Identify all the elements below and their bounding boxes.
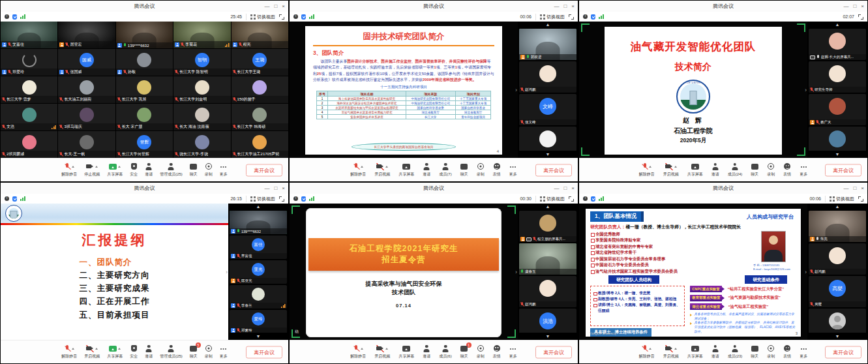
- toolbar-button[interactable]: 解除静音: [639, 344, 655, 359]
- collapse-sidebar-arrow[interactable]: ›: [515, 87, 517, 93]
- participant-tile[interactable]: 赵辉-长大的屏幕共...: [809, 29, 866, 60]
- scroll-down-arrow[interactable]: ▼: [228, 333, 288, 340]
- toolbar-button[interactable]: 更多: [800, 344, 807, 359]
- fullscreen-icon[interactable]: [569, 196, 574, 202]
- toolbar-button[interactable]: 表情: [783, 162, 791, 177]
- scroll-down-arrow[interactable]: ▼: [518, 151, 578, 158]
- collapse-sidebar-arrow[interactable]: ›: [226, 269, 228, 275]
- participant-tile[interactable]: 研究生导师: [809, 61, 866, 93]
- toolbar-button[interactable]: 成员(7): [439, 162, 451, 177]
- collapse-sidebar-arrow[interactable]: ›: [515, 269, 517, 275]
- participant-tile[interactable]: 康春玉: [519, 243, 576, 275]
- chevron-up-icon[interactable]: [385, 348, 388, 350]
- toolbar-button[interactable]: 共享屏幕: [107, 344, 123, 359]
- toolbar-button[interactable]: 共享屏幕: [398, 344, 414, 359]
- participant-tile[interactable]: 骁长江大学-李骁: [173, 131, 230, 158]
- participant-tile[interactable]: 3班马瑞庆: [58, 104, 115, 130]
- toolbar-button[interactable]: 开启视频: [374, 344, 390, 359]
- window-titlebar[interactable]: 腾讯会议 — □ ×: [1, 183, 288, 194]
- meeting-info-icon[interactable]: [583, 196, 588, 201]
- toolbar-button[interactable]: 录制: [205, 162, 213, 177]
- chevron-up-icon[interactable]: [649, 166, 651, 168]
- maximize-button[interactable]: □: [274, 186, 277, 191]
- leave-meeting-button[interactable]: 离开会议: [825, 164, 861, 176]
- collapse-sidebar-arrow[interactable]: ›: [805, 269, 807, 275]
- participant-tile[interactable]: 长江大学 韩海硕: [232, 104, 288, 130]
- scroll-down-arrow[interactable]: ▼: [518, 333, 578, 340]
- toolbar-button[interactable]: 邀请: [711, 162, 719, 177]
- participant-tile[interactable]: 长江大学油工21705尹韬: [232, 131, 288, 158]
- scroll-down-arrow[interactable]: ▼: [807, 151, 867, 158]
- toolbar-button[interactable]: 表情: [493, 344, 501, 359]
- collapse-sidebar-arrow[interactable]: ›: [805, 87, 807, 93]
- toolbar-button[interactable]: 更多: [509, 162, 517, 177]
- toolbar-button[interactable]: 邀请: [423, 162, 430, 177]
- toolbar-button[interactable]: 共享屏幕: [687, 162, 703, 177]
- toolbar-button[interactable]: 共享屏幕: [687, 344, 703, 359]
- participant-tile[interactable]: 高燮 周燮: [809, 276, 866, 307]
- close-button[interactable]: ×: [571, 186, 575, 191]
- fullscreen-icon[interactable]: [858, 196, 863, 202]
- leave-meeting-button[interactable]: 离开会议: [825, 346, 861, 358]
- scroll-up-arrow[interactable]: ▲: [518, 204, 578, 210]
- chevron-up-icon[interactable]: [361, 166, 363, 168]
- leave-meeting-button[interactable]: 离开会议: [535, 164, 572, 176]
- security-shield-icon[interactable]: [591, 196, 595, 202]
- participant-tile[interactable]: 长江大学 雷梦: [1, 76, 57, 103]
- security-shield-icon[interactable]: [301, 14, 306, 20]
- security-shield-icon[interactable]: [591, 14, 595, 20]
- toolbar-button[interactable]: 更多: [220, 344, 228, 359]
- participant-tile[interactable]: 郭双进: [519, 29, 576, 60]
- switch-view-button[interactable]: 切换视图: [535, 14, 565, 20]
- toolbar-button[interactable]: 聊天: [751, 162, 758, 177]
- toolbar-button[interactable]: 成员(23): [728, 344, 743, 359]
- window-titlebar[interactable]: 腾讯会议 — □ ×: [579, 183, 867, 194]
- participant-tile[interactable]: 郑爱玲: [1, 49, 57, 76]
- chevron-up-icon[interactable]: [118, 166, 121, 168]
- close-button[interactable]: ×: [282, 186, 285, 191]
- participant-tile[interactable]: 程亮: [232, 22, 288, 48]
- meeting-info-icon[interactable]: [583, 14, 588, 19]
- participant-tile[interactable]: 文峰 张文峰: [519, 94, 576, 125]
- toolbar-button[interactable]: 录制: [767, 162, 775, 177]
- toolbar-button[interactable]: 邀请: [711, 344, 719, 359]
- chevron-up-icon[interactable]: [385, 166, 388, 168]
- participant-tile[interactable]: 长江大学刘金明: [173, 76, 230, 103]
- security-shield-icon[interactable]: [12, 196, 17, 202]
- toolbar-button[interactable]: 管理成员(25): [160, 162, 183, 177]
- chevron-up-icon[interactable]: [674, 166, 677, 168]
- participant-tile[interactable]: 长大 海油 沈雨薇: [173, 104, 230, 130]
- scroll-up-arrow[interactable]: ▲: [228, 204, 288, 210]
- toolbar-button[interactable]: 表情: [493, 162, 501, 177]
- participant-tile[interactable]: 洪浩 荆州学院王洪浩: [519, 309, 576, 333]
- chevron-up-icon[interactable]: [72, 348, 74, 350]
- window-titlebar[interactable]: 腾讯会议 — □ ×: [290, 1, 578, 12]
- participant-tile[interactable]: 聂广天: [809, 94, 866, 125]
- scroll-down-arrow[interactable]: ▼: [807, 333, 867, 340]
- close-button[interactable]: ×: [282, 4, 285, 9]
- security-shield-icon[interactable]: [12, 14, 17, 20]
- meeting-info-icon[interactable]: [5, 196, 9, 201]
- toolbar-button[interactable]: 更多: [509, 344, 517, 359]
- participant-tile[interactable]: 赵鸿鹏: [809, 243, 866, 275]
- toolbar-button[interactable]: 解除静音: [350, 344, 366, 359]
- maximize-button[interactable]: □: [563, 186, 567, 191]
- toolbar-button[interactable]: 录制: [767, 344, 775, 359]
- participant-tile[interactable]: 长大油工刘丽宛: [58, 76, 115, 103]
- toolbar-button[interactable]: 解除静音: [639, 162, 655, 177]
- close-button[interactable]: ×: [861, 186, 864, 191]
- maximize-button[interactable]: □: [274, 4, 277, 9]
- toolbar-button[interactable]: 录制: [477, 344, 485, 359]
- toolbar-button[interactable]: 聊天: [190, 162, 198, 177]
- participant-tile[interactable]: 国威 张国威: [58, 49, 115, 76]
- toolbar-button[interactable]: 解除静音: [350, 162, 366, 177]
- participant-tile[interactable]: 李春兰: [230, 285, 287, 309]
- close-button[interactable]: ×: [861, 4, 864, 9]
- participant-tile[interactable]: 亚光 陈亚光: [230, 260, 287, 284]
- participant-tile[interactable]: 王璐 长江大学王璐: [232, 49, 288, 76]
- chevron-up-icon[interactable]: [674, 348, 677, 350]
- window-titlebar[interactable]: 腾讯会议 — □ ×: [1, 1, 288, 12]
- toolbar-button[interactable]: 更多: [220, 162, 228, 177]
- window-titlebar[interactable]: 腾讯会议 — □ ×: [579, 1, 867, 12]
- chevron-up-icon[interactable]: [72, 166, 74, 168]
